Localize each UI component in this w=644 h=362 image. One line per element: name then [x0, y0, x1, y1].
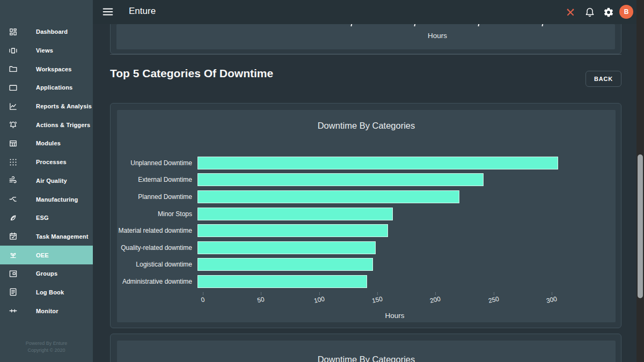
bar-quality-related-downtime[interactable] [197, 241, 376, 254]
powered-by-text: Powered By Enture [0, 340, 93, 347]
sidebar-item-air-quality[interactable]: Air Quality [0, 172, 93, 190]
category-label: Administrative downtime [117, 278, 197, 285]
bar-unplanned-downtime[interactable] [197, 157, 558, 169]
bar-administrative-downtime[interactable] [197, 275, 367, 288]
reports-icon [8, 101, 18, 111]
oee-icon [8, 250, 18, 260]
app-title: Enture [129, 6, 156, 17]
sidebar: DashboardViewsWorkspacesApplicationsRepo… [0, 0, 93, 362]
x-tick-label: 300 [546, 295, 558, 305]
logbook-icon [8, 287, 18, 297]
x-tick-mark [203, 292, 203, 295]
sidebar-item-reports-analysis[interactable]: Reports & Analysis [0, 97, 93, 116]
chart-row: Planned Downtime [117, 188, 616, 205]
bar-material-related-downtime[interactable] [197, 224, 388, 237]
sidebar-item-manufacturing[interactable]: Manufacturing [0, 190, 93, 209]
chart-x-axis-label: Hours [203, 312, 587, 320]
sidebar-item-label: Manufacturing [36, 196, 78, 203]
sidebar-item-dashboard[interactable]: Dashboard [0, 23, 93, 41]
chart-row: Logistical downtime [117, 256, 616, 274]
x-tick-label: 50 [257, 295, 265, 304]
x-tick-mark [552, 292, 552, 295]
chart-row: Material related downtime [117, 222, 616, 239]
bar-planned-downtime[interactable] [197, 190, 459, 203]
actions-icon [8, 120, 18, 130]
sidebar-items: DashboardViewsWorkspacesApplicationsRepo… [0, 0, 93, 320]
chart-row: External Downtime [117, 172, 616, 189]
x-tick-label: 250 [487, 295, 500, 305]
sidebar-item-modules[interactable]: Modules [0, 134, 93, 153]
chart-row: Quality-related downtime [117, 239, 616, 256]
air-quality-icon [8, 176, 18, 186]
views-icon [8, 46, 18, 55]
sidebar-item-label: ESG [36, 215, 49, 221]
sidebar-item-label: Groups [36, 270, 57, 277]
tick-fragment [414, 24, 415, 26]
sidebar-item-monitor[interactable]: Monitor [0, 301, 93, 320]
menu-icon[interactable] [102, 6, 114, 18]
manufacturing-icon [8, 195, 18, 204]
tick-fragment [478, 24, 479, 26]
sidebar-item-label: Modules [36, 140, 61, 146]
sidebar-item-task-management[interactable]: Task Management [0, 227, 93, 246]
sidebar-footer: Powered By Enture Copyright © 2020 [0, 340, 93, 354]
chart-plot-area: Unplanned DowntimeExternal DowntimePlann… [117, 154, 616, 290]
back-button[interactable]: BACK [586, 71, 621, 87]
sidebar-item-processes[interactable]: Processes [0, 153, 93, 172]
next-chart-card: Downtime By Categories [110, 334, 621, 362]
downtime-chart-panel: Downtime By Categories Unplanned Downtim… [117, 110, 616, 322]
category-label: Quality-related downtime [117, 244, 197, 252]
sidebar-item-label: Applications [36, 84, 72, 91]
tick-fragment [350, 24, 352, 26]
sidebar-item-oee[interactable]: OEE [0, 246, 93, 264]
category-label: Material related downtime [117, 227, 197, 234]
previous-chart-panel-bottom: Hours [116, 24, 615, 49]
sidebar-item-label: Dashboard [36, 28, 68, 35]
x-tick-label: 0 [200, 295, 205, 304]
category-label: Planned Downtime [117, 193, 197, 201]
x-tick-mark [261, 292, 261, 295]
bar-track [197, 275, 581, 288]
chart-row: Unplanned Downtime [117, 154, 616, 172]
chart-row: Minor Stops [117, 205, 616, 223]
notifications-bell-icon[interactable] [583, 6, 596, 19]
x-tick-mark [377, 292, 378, 295]
x-tick-label: 200 [429, 295, 442, 305]
sidebar-item-label: Processes [36, 159, 67, 165]
sidebar-item-label: Air Quality [36, 178, 67, 184]
bar-track [197, 241, 581, 254]
applications-icon [8, 83, 18, 92]
bar-minor-stops[interactable] [197, 208, 393, 220]
sidebar-item-label: Views [36, 47, 53, 54]
x-tick-label: 100 [313, 295, 325, 305]
user-avatar[interactable]: B [619, 5, 633, 19]
sidebar-item-label: OEE [36, 252, 49, 258]
x-tick-mark [319, 292, 320, 295]
tools-icon[interactable] [564, 6, 577, 19]
x-tick-mark [435, 292, 436, 295]
sidebar-item-label: Monitor [36, 308, 58, 314]
bar-track [197, 157, 581, 169]
sidebar-item-views[interactable]: Views [0, 41, 93, 60]
category-label: Unplanned Downtime [117, 159, 197, 167]
sidebar-item-esg[interactable]: ESG [0, 209, 93, 227]
processes-icon [8, 157, 18, 167]
dashboard-icon [8, 27, 18, 36]
vertical-scrollbar-thumb[interactable] [638, 154, 643, 298]
bar-external-downtime[interactable] [197, 173, 484, 186]
settings-gear-icon[interactable] [602, 6, 615, 19]
vertical-scrollbar-track[interactable] [636, 0, 644, 362]
main-content: Hours Top 5 Categories Of Downtime BACK … [93, 24, 636, 362]
sidebar-item-applications[interactable]: Applications [0, 78, 93, 97]
sidebar-item-label: Actions & Triggers [36, 122, 90, 128]
next-chart-panel: Downtime By Categories [117, 341, 616, 362]
esg-icon [8, 213, 18, 223]
sidebar-item-groups[interactable]: Groups [0, 264, 93, 283]
sidebar-item-label: Log Book [36, 289, 64, 295]
sidebar-item-log-book[interactable]: Log Book [0, 283, 93, 302]
sidebar-item-actions-triggers[interactable]: Actions & Triggers [0, 115, 93, 134]
bar-logistical-downtime[interactable] [197, 258, 373, 271]
copyright-text: Copyright © 2020 [0, 347, 93, 354]
bar-track [197, 190, 581, 203]
sidebar-item-workspaces[interactable]: Workspaces [0, 60, 93, 78]
